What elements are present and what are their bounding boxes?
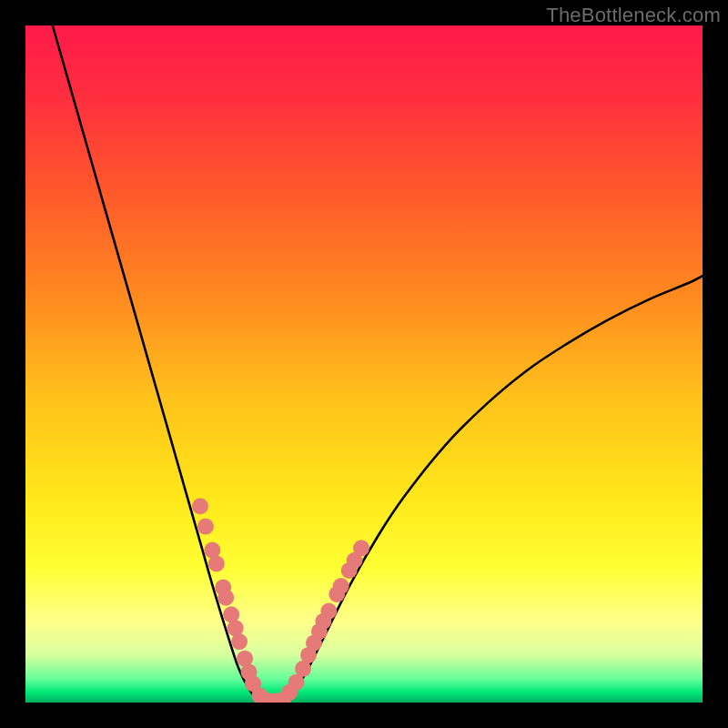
highlight-dot bbox=[353, 540, 369, 556]
highlight-dot bbox=[333, 578, 349, 594]
watermark-text: TheBottleneck.com bbox=[546, 4, 721, 27]
highlight-dot bbox=[208, 555, 225, 571]
highlight-dot bbox=[320, 603, 337, 620]
highlight-dot bbox=[197, 519, 214, 535]
highlight-dot bbox=[231, 633, 248, 650]
highlight-dot bbox=[192, 498, 208, 514]
highlight-dot bbox=[217, 590, 234, 606]
chart-svg bbox=[25, 25, 703, 703]
plot-area bbox=[25, 25, 703, 703]
gradient-background bbox=[25, 25, 703, 703]
chart-frame: TheBottleneck.com bbox=[0, 0, 728, 728]
